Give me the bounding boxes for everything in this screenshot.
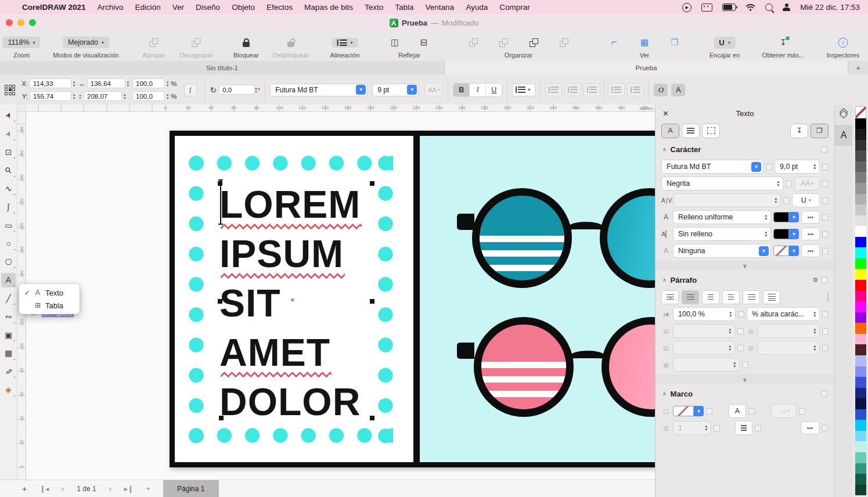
menu-item-edicion[interactable]: Edición bbox=[129, 3, 167, 12]
add-page-button[interactable]: + bbox=[22, 484, 27, 494]
italic-button[interactable]: I bbox=[470, 84, 486, 96]
y-stepper[interactable]: ▴▾ bbox=[73, 93, 75, 99]
unlock-button[interactable] bbox=[284, 38, 297, 47]
palette-swatch[interactable] bbox=[855, 280, 866, 291]
decrease-indent-button[interactable] bbox=[627, 83, 644, 96]
checkbox[interactable] bbox=[737, 345, 744, 351]
paragraph-tab[interactable] bbox=[682, 124, 700, 138]
palette-swatch[interactable] bbox=[855, 441, 866, 452]
import-styles-button[interactable]: ↧ bbox=[790, 124, 808, 138]
selection-handle[interactable] bbox=[370, 181, 374, 186]
ellipse-tool[interactable]: ○ bbox=[1, 236, 16, 251]
checkbox[interactable] bbox=[822, 164, 829, 170]
poster-text-object[interactable]: LOREMIPSUMSITAMETDOLOR bbox=[219, 181, 361, 428]
rotation-angle-input[interactable]: 0,0 bbox=[219, 85, 255, 95]
checkbox[interactable] bbox=[822, 214, 829, 221]
align-left-button[interactable] bbox=[682, 290, 699, 304]
scale-y-input[interactable]: 100,0 bbox=[132, 91, 165, 101]
snap-to-dropdown[interactable]: U▾ bbox=[714, 37, 735, 49]
grid-view-button[interactable]: ▦ bbox=[638, 37, 651, 48]
text-outline-button[interactable]: O bbox=[654, 84, 668, 96]
artboard-page[interactable]: LOREMIPSUMSITAMETDOLOR bbox=[170, 131, 655, 467]
outline-color-picker[interactable]: ▼ bbox=[773, 246, 799, 256]
caps-dropdown[interactable]: AA▾ bbox=[424, 83, 443, 96]
frame-color-picker[interactable]: ▼ bbox=[673, 406, 704, 416]
inspector-font-size-input[interactable]: 9,0 pt▴▾ bbox=[775, 160, 820, 174]
bullet-list-button[interactable] bbox=[545, 83, 562, 96]
palette-swatch[interactable] bbox=[855, 366, 866, 377]
palette-swatch[interactable] bbox=[855, 204, 866, 215]
alignment-dropdown[interactable]: ▾ bbox=[332, 38, 358, 48]
last-page-button[interactable]: ▸❙ bbox=[124, 485, 134, 493]
artistic-media-tool[interactable]: ∫ bbox=[1, 200, 16, 214]
menu-item-comprar[interactable]: Comprar bbox=[494, 3, 536, 12]
palette-swatch[interactable] bbox=[855, 463, 866, 474]
force-justify-button[interactable] bbox=[763, 290, 780, 304]
palette-swatch[interactable] bbox=[855, 215, 866, 226]
background-color-picker[interactable]: ▼ bbox=[773, 229, 799, 239]
columns-count-input[interactable]: 1▴▾ bbox=[673, 421, 711, 435]
font-style-select[interactable]: Negrita▴▾ bbox=[661, 177, 783, 190]
expand-caracter-icon[interactable]: ∨ bbox=[655, 261, 834, 270]
ruler-origin-corner[interactable] bbox=[17, 105, 26, 112]
flyout-item-tabla[interactable]: ⊞ Tabla bbox=[19, 299, 80, 312]
close-inspector-icon[interactable]: ✕ bbox=[662, 109, 669, 118]
selection-center-marker[interactable]: ✕ bbox=[290, 297, 295, 303]
text-properties-button[interactable]: A bbox=[671, 84, 685, 96]
drop-cap-button[interactable] bbox=[584, 83, 600, 96]
eyedropper-tool[interactable]: ✎ bbox=[1, 364, 16, 379]
palette-swatch[interactable] bbox=[855, 140, 866, 151]
palette-swatch[interactable] bbox=[855, 118, 866, 129]
fill-type-select[interactable]: Relleno uniforme▴▾ bbox=[673, 210, 771, 224]
palette-swatch[interactable] bbox=[855, 129, 866, 140]
text-docker-tab[interactable]: A bbox=[835, 125, 852, 146]
palette-swatch[interactable] bbox=[855, 291, 866, 302]
sunglasses-lens-lightpink[interactable] bbox=[602, 317, 655, 417]
connector-tool[interactable]: ∾ bbox=[1, 309, 16, 324]
checkbox[interactable] bbox=[827, 293, 829, 302]
height-stepper[interactable]: ▴▾ bbox=[124, 93, 125, 99]
paragraph-settings-icon[interactable]: ⚙ bbox=[812, 276, 818, 284]
checkbox[interactable] bbox=[822, 181, 829, 187]
character-tab[interactable]: A bbox=[661, 124, 679, 138]
indent-right-input[interactable]: ▴▾ bbox=[758, 341, 820, 355]
frame-background-button[interactable]: A bbox=[729, 404, 746, 418]
sunglasses-temple-top[interactable] bbox=[457, 214, 474, 230]
checkbox[interactable] bbox=[822, 311, 829, 318]
palette-swatch[interactable] bbox=[855, 323, 866, 334]
palette-swatch[interactable] bbox=[855, 452, 866, 463]
menu-item-archivo[interactable]: Archivo bbox=[92, 3, 129, 12]
menu-item-efectos[interactable]: Efectos bbox=[261, 3, 298, 12]
to-front-button[interactable] bbox=[467, 38, 480, 47]
palette-swatch[interactable] bbox=[855, 226, 866, 237]
keyboard-icon[interactable] bbox=[701, 3, 712, 12]
checkbox[interactable] bbox=[738, 311, 744, 318]
checkbox[interactable] bbox=[822, 197, 829, 204]
previous-page-button[interactable]: ‹ bbox=[62, 485, 64, 493]
mesh-fill-tool[interactable]: ▦ bbox=[1, 346, 16, 361]
sunglasses-lens-pink[interactable] bbox=[474, 317, 574, 417]
line-tool[interactable]: ╱ bbox=[1, 291, 16, 305]
tab-sin-titulo-1[interactable]: Sin título-1 bbox=[0, 61, 445, 75]
align-right-button[interactable] bbox=[722, 290, 740, 304]
user-menu-icon[interactable] bbox=[783, 3, 790, 11]
palette-swatch[interactable] bbox=[855, 258, 866, 269]
forward-one-button[interactable] bbox=[527, 38, 540, 47]
shape-tool[interactable]: ➤ bbox=[1, 127, 16, 141]
next-page-button[interactable]: › bbox=[109, 485, 111, 493]
palette-swatch[interactable] bbox=[855, 150, 866, 161]
frame-align-dropdown[interactable]: ▭▾ bbox=[771, 404, 797, 418]
frame-more-button[interactable]: ••• bbox=[801, 422, 819, 434]
checkbox[interactable] bbox=[766, 164, 772, 170]
selection-handle[interactable] bbox=[370, 299, 374, 304]
space-after-input[interactable]: ▴▾ bbox=[673, 341, 735, 355]
drawing-canvas[interactable]: LOREMIPSUMSITAMETDOLOR bbox=[26, 112, 655, 480]
selection-handle[interactable] bbox=[219, 416, 224, 420]
checkbox[interactable] bbox=[822, 425, 828, 431]
outline-settings-button[interactable]: ••• bbox=[801, 244, 820, 257]
back-one-button[interactable] bbox=[557, 38, 570, 47]
pick-tool[interactable]: ➤ bbox=[1, 108, 16, 123]
palette-swatch[interactable] bbox=[855, 474, 866, 485]
menu-item-ver[interactable]: Ver bbox=[167, 3, 190, 12]
collapse-icon[interactable]: ∧ bbox=[662, 391, 667, 397]
